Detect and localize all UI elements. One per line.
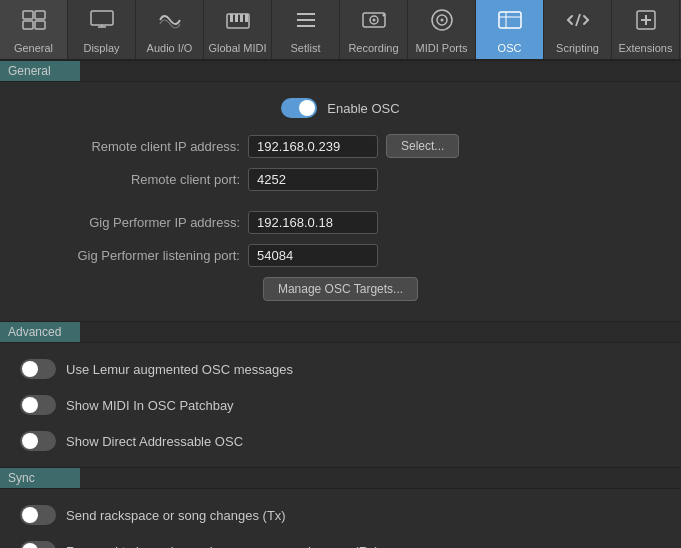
- toolbar-item-recording[interactable]: ● Recording: [340, 0, 408, 59]
- svg-point-17: [372, 18, 375, 21]
- svg-rect-9: [235, 14, 238, 22]
- sync-section-header-row: Sync: [0, 467, 681, 489]
- direct-toggle-row: Show Direct Addressable OSC: [0, 423, 681, 459]
- audio-io-icon: [156, 6, 184, 38]
- gp-port-input[interactable]: [248, 244, 378, 267]
- general-section-header-row: General: [0, 60, 681, 82]
- svg-rect-10: [240, 14, 243, 22]
- remote-port-row: Remote client port:: [20, 168, 661, 191]
- setlist-icon: [292, 6, 320, 38]
- respond-rackspace-label: Respond to incoming rackspace or song ch…: [66, 544, 379, 549]
- enable-osc-label: Enable OSC: [327, 101, 399, 116]
- send-rackspace-label: Send rackspace or song changes (Tx): [66, 508, 286, 523]
- select-button[interactable]: Select...: [386, 134, 459, 158]
- content-area: General Enable OSC Remote client IP addr…: [0, 60, 681, 548]
- extensions-icon: [632, 6, 660, 38]
- enable-osc-row: Enable OSC: [20, 98, 661, 118]
- midi-ports-icon: [428, 6, 456, 38]
- manage-osc-row: Manage OSC Targets...: [20, 277, 661, 301]
- toolbar-display-label: Display: [83, 42, 119, 54]
- midi-in-toggle-row: Show MIDI In OSC Patchbay: [0, 387, 681, 423]
- svg-rect-8: [230, 14, 233, 22]
- gp-port-label: Gig Performer listening port:: [20, 248, 240, 263]
- direct-label: Show Direct Addressable OSC: [66, 434, 243, 449]
- respond-rackspace-toggle-row: Respond to incoming rackspace or song ch…: [0, 533, 681, 548]
- remote-ip-row: Remote client IP address: Select...: [20, 134, 661, 158]
- lemur-toggle[interactable]: [20, 359, 56, 379]
- toolbar-midi-ports-label: MIDI Ports: [416, 42, 468, 54]
- sync-section-header: Sync: [0, 468, 80, 488]
- svg-point-21: [440, 18, 443, 21]
- advanced-section-header: Advanced: [0, 322, 80, 342]
- lemur-toggle-row: Use Lemur augmented OSC messages: [0, 351, 681, 387]
- toolbar-item-global-midi[interactable]: Global MIDI: [204, 0, 272, 59]
- lemur-label: Use Lemur augmented OSC messages: [66, 362, 293, 377]
- remote-port-input[interactable]: [248, 168, 378, 191]
- midi-in-label: Show MIDI In OSC Patchbay: [66, 398, 234, 413]
- toolbar-audio-io-label: Audio I/O: [147, 42, 193, 54]
- global-midi-icon: [224, 6, 252, 38]
- svg-rect-2: [23, 21, 33, 29]
- enable-osc-toggle[interactable]: [281, 98, 317, 118]
- osc-icon: [496, 6, 524, 38]
- remote-ip-input[interactable]: [248, 135, 378, 158]
- remote-ip-label: Remote client IP address:: [20, 139, 240, 154]
- toolbar-item-extensions[interactable]: Extensions: [612, 0, 680, 59]
- toolbar: General Display Audio I/O: [0, 0, 681, 60]
- gp-port-row: Gig Performer listening port:: [20, 244, 661, 267]
- gp-ip-label: Gig Performer IP address:: [20, 215, 240, 230]
- toolbar-item-display[interactable]: Display: [68, 0, 136, 59]
- toolbar-recording-label: Recording: [348, 42, 398, 54]
- svg-rect-0: [23, 11, 33, 19]
- general-section-header: General: [0, 61, 80, 81]
- general-icon: [20, 6, 48, 38]
- svg-rect-3: [35, 21, 45, 29]
- svg-rect-1: [35, 11, 45, 19]
- respond-rackspace-toggle[interactable]: [20, 541, 56, 548]
- advanced-section-header-row: Advanced: [0, 321, 681, 343]
- display-icon: [88, 6, 116, 38]
- general-section-body: Enable OSC Remote client IP address: Sel…: [0, 82, 681, 321]
- send-rackspace-toggle[interactable]: [20, 505, 56, 525]
- manage-osc-button[interactable]: Manage OSC Targets...: [263, 277, 418, 301]
- scripting-icon: [564, 6, 592, 38]
- svg-rect-22: [499, 12, 521, 28]
- gp-ip-row: Gig Performer IP address:: [20, 211, 661, 234]
- toolbar-general-label: General: [14, 42, 53, 54]
- sync-section-body: Send rackspace or song changes (Tx) Resp…: [0, 489, 681, 548]
- svg-rect-4: [91, 11, 113, 25]
- toolbar-item-general[interactable]: General: [0, 0, 68, 59]
- toolbar-item-scripting[interactable]: Scripting: [544, 0, 612, 59]
- toolbar-extensions-label: Extensions: [619, 42, 673, 54]
- toolbar-osc-label: OSC: [498, 42, 522, 54]
- advanced-section-body: Use Lemur augmented OSC messages Show MI…: [0, 343, 681, 467]
- toolbar-setlist-label: Setlist: [291, 42, 321, 54]
- toolbar-item-audio-io[interactable]: Audio I/O: [136, 0, 204, 59]
- toolbar-item-setlist[interactable]: Setlist: [272, 0, 340, 59]
- toolbar-item-osc[interactable]: OSC: [476, 0, 544, 59]
- toolbar-item-midi-ports[interactable]: MIDI Ports: [408, 0, 476, 59]
- toolbar-scripting-label: Scripting: [556, 42, 599, 54]
- svg-text:●: ●: [382, 12, 386, 18]
- send-rackspace-toggle-row: Send rackspace or song changes (Tx): [0, 497, 681, 533]
- direct-toggle[interactable]: [20, 431, 56, 451]
- svg-line-25: [576, 14, 580, 26]
- toolbar-global-midi-label: Global MIDI: [208, 42, 266, 54]
- recording-icon: ●: [360, 6, 388, 38]
- svg-rect-11: [245, 14, 248, 22]
- midi-in-toggle[interactable]: [20, 395, 56, 415]
- remote-port-label: Remote client port:: [20, 172, 240, 187]
- gp-ip-input[interactable]: [248, 211, 378, 234]
